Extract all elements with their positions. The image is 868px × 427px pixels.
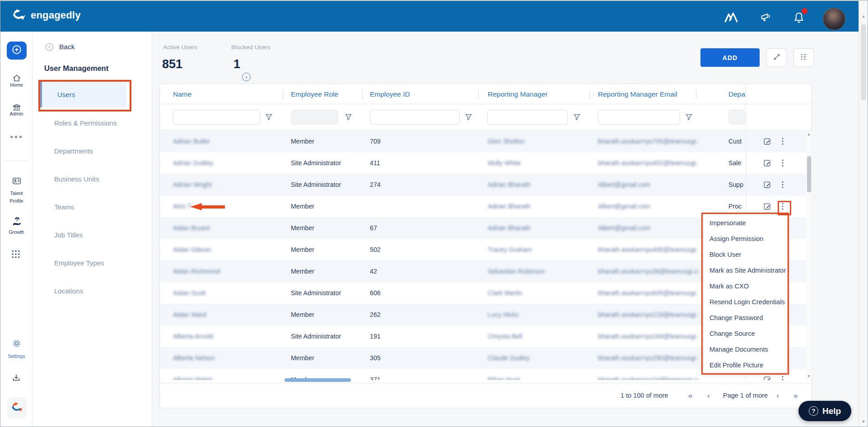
scroll-up-icon[interactable]: ▲: [859, 14, 868, 19]
funnel-icon[interactable]: [465, 113, 472, 121]
header-dept[interactable]: Depa: [728, 84, 746, 104]
brand-logo[interactable]: engagedly: [11, 8, 81, 23]
submenu-item[interactable]: Business Units: [33, 165, 152, 193]
rail-item-talent-2[interactable]: Profile: [0, 198, 33, 204]
kebab-icon[interactable]: [781, 181, 788, 189]
avatar[interactable]: [823, 8, 845, 30]
edit-icon[interactable]: [763, 181, 771, 189]
last-page-button[interactable]: »: [793, 383, 798, 408]
context-menu-item[interactable]: Mark as Site Administrator: [704, 262, 787, 278]
download-icon[interactable]: [11, 373, 22, 383]
header-id[interactable]: Employee ID: [370, 84, 438, 104]
submenu-item[interactable]: Roles & Permissions: [33, 109, 152, 137]
page-scrollbar[interactable]: ▲ ▼: [859, 0, 868, 427]
cell-dept: Supp: [728, 174, 745, 195]
add-button[interactable]: ADD: [700, 48, 760, 67]
rail-more-icon[interactable]: ●●●: [0, 133, 33, 140]
submenu-item[interactable]: Departments: [33, 137, 152, 165]
submenu-item[interactable]: Teams: [33, 193, 152, 221]
context-menu-item[interactable]: Change Source: [704, 326, 787, 342]
cell-role: Member: [291, 130, 365, 152]
context-menu-item[interactable]: Resend Login Credentials: [704, 294, 787, 310]
funnel-icon[interactable]: [265, 113, 273, 121]
scroll-down-icon[interactable]: ▼: [859, 419, 868, 424]
filter-id-input[interactable]: [370, 110, 460, 125]
back-button[interactable]: ‹ Back: [46, 43, 75, 51]
pagination-range: 1 to 100 of more: [621, 383, 668, 408]
table-row[interactable]: Adrian Dudley Site Administrator 411 Mol…: [160, 152, 806, 174]
page-scroll-thumb[interactable]: [861, 24, 866, 101]
table-row[interactable]: Adrian Butler Member 709 Glen Shelton bh…: [160, 130, 806, 152]
apps-grid-icon[interactable]: [11, 250, 22, 260]
rail-item-growth[interactable]: Growth: [0, 229, 33, 235]
table-vertical-scrollbar[interactable]: ▲ ▼: [806, 130, 812, 380]
context-menu-item[interactable]: Manage Documents: [704, 342, 787, 357]
header-role[interactable]: Employee Role: [291, 84, 359, 104]
prev-page-button[interactable]: ‹: [707, 383, 710, 408]
submenu-item-label: Locations: [54, 287, 83, 295]
table-row[interactable]: Atris T Member Adrian Bharath Albert@gma…: [160, 195, 806, 217]
table-horizontal-scrollbar[interactable]: [160, 378, 806, 382]
funnel-icon[interactable]: [685, 113, 693, 121]
rail-item-admin[interactable]: Admin: [0, 111, 33, 116]
megaphone-icon[interactable]: [759, 11, 775, 23]
filter-email-input[interactable]: [598, 110, 680, 125]
edit-icon[interactable]: [763, 159, 771, 167]
scroll-down-icon[interactable]: ▼: [806, 374, 812, 378]
brand-mark-button[interactable]: [7, 397, 27, 418]
context-menu-item[interactable]: Assign Permission: [704, 231, 787, 246]
submenu-item[interactable]: Employee Types: [33, 249, 152, 277]
context-menu-item[interactable]: Impersonate: [704, 215, 787, 231]
header-separator: [696, 90, 696, 99]
table-options-button[interactable]: [793, 48, 814, 67]
cell-name: Aidan Bryant: [173, 217, 284, 239]
marissa-icon[interactable]: [723, 11, 738, 23]
edit-icon[interactable]: [763, 202, 771, 210]
cell-role: Site Administrator: [291, 282, 365, 304]
id-card-icon[interactable]: [11, 176, 22, 186]
gear-icon[interactable]: [11, 338, 22, 348]
filter-name-input[interactable]: [173, 110, 260, 125]
kebab-icon[interactable]: [781, 202, 788, 210]
horizontal-scroll-thumb[interactable]: [285, 378, 351, 382]
expand-button[interactable]: [766, 48, 787, 67]
cell-manager: Molly White: [488, 152, 589, 174]
edit-icon[interactable]: [763, 137, 771, 145]
growth-hand-icon[interactable]: [11, 216, 22, 226]
add-quick-button[interactable]: [7, 42, 27, 60]
context-menu-item[interactable]: Edit Profile Picture: [704, 357, 787, 373]
submenu-item-label: Business Units: [54, 175, 99, 183]
filter-manager-input[interactable]: [487, 110, 568, 125]
home-icon[interactable]: [11, 73, 22, 83]
blocked-users-chevron-icon[interactable]: ›: [242, 73, 251, 81]
header-manager[interactable]: Reporting Manager: [488, 84, 583, 104]
help-button[interactable]: ? Help: [798, 401, 851, 421]
kebab-icon[interactable]: [781, 137, 788, 145]
rail-item-talent-1[interactable]: Talent: [0, 190, 33, 196]
question-circle-icon: ?: [809, 406, 818, 416]
next-page-button[interactable]: ›: [776, 383, 779, 408]
filter-role-select[interactable]: [291, 110, 338, 125]
table-row[interactable]: Adrian Wright Site Administrator 274 Adr…: [160, 174, 806, 195]
header-email[interactable]: Reporting Manager Email: [598, 84, 695, 104]
context-menu-item[interactable]: Change Password: [704, 310, 787, 326]
rail-item-settings[interactable]: Settings: [0, 353, 33, 359]
funnel-icon[interactable]: [345, 113, 352, 121]
cell-role: Member: [291, 347, 365, 369]
first-page-button[interactable]: «: [688, 383, 692, 408]
cell-id: 305: [370, 347, 438, 369]
filter-dept-select[interactable]: [728, 110, 745, 125]
kebab-icon[interactable]: [781, 159, 788, 167]
header-name[interactable]: Name: [173, 84, 281, 104]
context-menu-item[interactable]: Mark as CXO: [704, 278, 787, 294]
scroll-up-icon[interactable]: ▲: [806, 132, 812, 136]
submenu-item[interactable]: Job Titles: [33, 221, 152, 249]
funnel-icon[interactable]: [573, 113, 581, 121]
cell-email: bharath.asokan=ps452@teamusgi.com: [598, 152, 698, 174]
rail-item-home[interactable]: Home: [0, 82, 33, 88]
vertical-scroll-thumb[interactable]: [807, 156, 811, 192]
context-menu-item[interactable]: Block User: [704, 246, 787, 262]
row-actions: [746, 152, 806, 174]
submenu-item[interactable]: Locations: [33, 277, 152, 305]
submenu-item[interactable]: Users: [40, 82, 126, 107]
